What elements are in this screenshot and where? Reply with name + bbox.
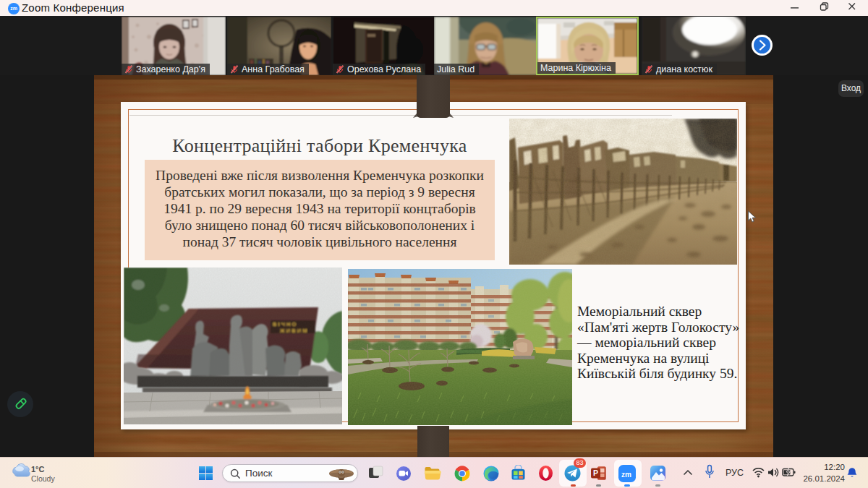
svg-text:Cloudy: Cloudy [31,474,55,483]
svg-text:zm: zm [621,471,631,479]
svg-text:P: P [593,468,598,477]
svg-text:1°C: 1°C [31,465,45,474]
